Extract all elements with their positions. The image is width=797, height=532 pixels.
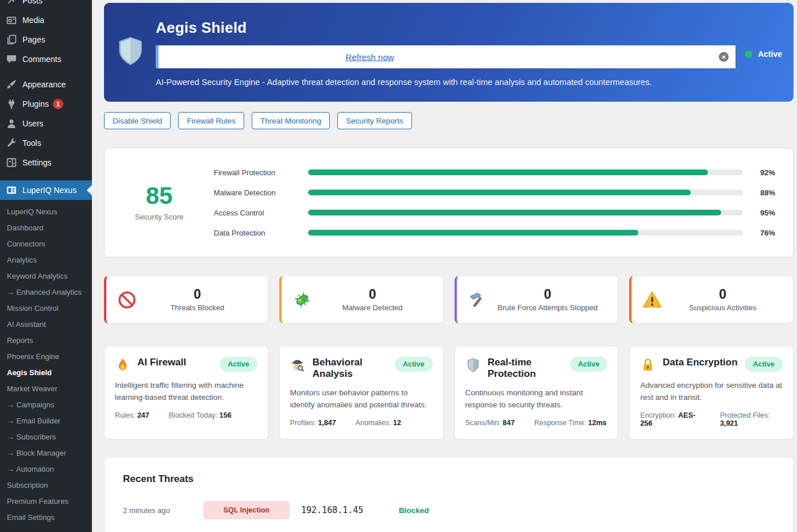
submenu-item-aegis-shield[interactable]: Aegis Shield xyxy=(0,364,92,380)
stat-val: 12 xyxy=(393,419,401,427)
stat-body: 0 Malware Detected xyxy=(313,287,433,312)
feature-description: Monitors user behavior patterns to ident… xyxy=(290,387,433,411)
bar-percent: 76% xyxy=(743,229,775,237)
feature-stat: Blocked Today: 156 xyxy=(169,411,232,419)
stat-key: Encryption: xyxy=(640,411,676,419)
sidebar-item-luperiq-nexus[interactable]: LuperIQ Nexus xyxy=(0,180,92,200)
threat-monitoring-button[interactable]: Threat Monitoring xyxy=(252,112,330,129)
bar-label: Firewall Protection xyxy=(214,168,308,177)
feature-stat: Scans/Min: 847 xyxy=(465,419,515,427)
sidebar-item-label: Appearance xyxy=(22,80,66,89)
status-label: Active xyxy=(758,49,782,59)
sidebar-item-label: Posts xyxy=(22,0,43,5)
main-content: Aegis Shield Refresh now ✕ AI-Powered Se… xyxy=(92,0,797,532)
recent-threats-title: Recent Threats xyxy=(123,473,775,485)
stat-key: Scans/Min: xyxy=(465,419,501,427)
sidebar-item-plugins[interactable]: Plugins 1 xyxy=(0,94,92,114)
pages-icon xyxy=(6,34,17,45)
feature-title: AI Firewall xyxy=(137,357,186,368)
feature-status-badge: Active xyxy=(745,357,783,372)
stat-key: Rules: xyxy=(115,411,135,419)
security-score-panel: 85 Security Score Firewall Protection 92… xyxy=(104,148,794,257)
submenu-item-email-builder[interactable]: → Email Builder xyxy=(0,413,92,429)
stat-value: 0 xyxy=(488,287,608,302)
refresh-notice: Refresh now ✕ xyxy=(156,45,736,68)
detective-icon xyxy=(290,357,306,373)
stat-card-brute-force: 0 Brute Force Attempts Stopped xyxy=(455,276,619,323)
submenu-item-email-settings[interactable]: Email Settings xyxy=(0,509,92,525)
stat-val: 247 xyxy=(137,411,149,419)
feature-header: Real-time Protection Active xyxy=(465,357,608,380)
sidebar-item-settings[interactable]: Settings xyxy=(0,153,92,172)
shield-logo-icon xyxy=(114,36,147,102)
feature-stat: Response Time: 12ms xyxy=(534,419,607,427)
threat-stats-row: 0 Threats Blocked 0 Malware Detected 0 xyxy=(104,276,794,323)
bar-label: Access Control xyxy=(214,209,308,217)
submenu-item-analytics[interactable]: Analytics xyxy=(0,252,92,268)
appearance-icon xyxy=(6,79,17,90)
feature-card-realtime-protection: Real-time Protection Active Continuous m… xyxy=(455,346,619,440)
sidebar-item-appearance[interactable]: Appearance xyxy=(0,75,92,94)
stat-value: 0 xyxy=(663,287,783,302)
firewall-rules-button[interactable]: Firewall Rules xyxy=(178,112,244,129)
submenu-item-mission-control[interactable]: Mission Control xyxy=(0,300,92,316)
users-icon xyxy=(6,118,17,129)
threat-type-badge: SQL Injection xyxy=(203,501,290,519)
stat-val: 156 xyxy=(220,411,232,419)
submenu-item-connectors[interactable]: Connectors xyxy=(0,236,92,252)
action-buttons: Disable Shield Firewall Rules Threat Mon… xyxy=(104,112,794,129)
refresh-now-link[interactable]: Refresh now xyxy=(345,52,394,62)
score-bars: Firewall Protection 92% Malware Detectio… xyxy=(214,168,775,237)
tools-icon xyxy=(6,137,17,149)
submenu-item-reports[interactable]: Reports xyxy=(0,332,92,348)
submenu-item-enhanced-analytics[interactable]: → Enhanced Analytics xyxy=(0,284,92,300)
sidebar-item-media[interactable]: Media xyxy=(0,10,92,30)
feature-title: Real-time Protection xyxy=(488,357,563,380)
sidebar-item-posts[interactable]: Posts xyxy=(0,0,92,10)
stat-val: 1,847 xyxy=(318,419,336,427)
dismiss-notice-icon[interactable]: ✕ xyxy=(719,52,729,62)
flame-icon xyxy=(115,357,130,373)
stat-label: Brute Force Attempts Stopped xyxy=(488,303,608,312)
plugins-update-badge: 1 xyxy=(53,99,63,109)
sidebar-item-comments[interactable]: Comments xyxy=(0,49,92,69)
submenu-item-premium-features[interactable]: Premium Features xyxy=(0,493,92,509)
feature-stat: Encryption: AES-256 xyxy=(640,411,700,427)
feature-header: Data Encryption Active xyxy=(640,357,783,373)
submenu-item-dashboard[interactable]: Dashboard xyxy=(0,219,92,236)
sidebar-item-label: LuperIQ Nexus xyxy=(22,186,76,195)
sidebar-item-pages[interactable]: Pages xyxy=(0,30,92,49)
submenu-item-automation[interactable]: → Automation xyxy=(0,461,92,477)
sidebar-item-users[interactable]: Users xyxy=(0,114,92,133)
submenu-item-keyword-analytics[interactable]: Keyword Analytics xyxy=(0,268,92,284)
security-reports-button[interactable]: Security Reports xyxy=(337,112,412,129)
submenu-item-subscription[interactable]: Subscription xyxy=(0,477,92,493)
feature-status-badge: Active xyxy=(220,357,257,372)
feature-title: Behavioral Analysis xyxy=(313,357,388,380)
progress-track xyxy=(308,210,743,215)
hammer-icon xyxy=(467,290,488,310)
stat-key: Protected Files: xyxy=(720,411,770,419)
sidebar-item-tools[interactable]: Tools xyxy=(0,133,92,153)
feature-card-behavioral-analysis: Behavioral Analysis Active Monitors user… xyxy=(279,346,444,440)
stat-key: Blocked Today: xyxy=(169,411,218,419)
stat-label: Suspicious Activities xyxy=(663,303,783,312)
submenu-item-luperiq-nexus[interactable]: LuperIQ Nexus xyxy=(0,203,92,219)
submenu-item-phoenix-engine[interactable]: Phoenix Engine xyxy=(0,348,92,364)
submenu-item-ai-assistant[interactable]: AI Assistant xyxy=(0,316,92,332)
submenu-item-campaigns[interactable]: → Campaigns xyxy=(0,396,92,413)
feature-status-badge: Active xyxy=(395,357,433,372)
feature-stat: Protected Files: 3,921 xyxy=(720,411,783,427)
submenu-item-market-weaver[interactable]: Market Weaver xyxy=(0,380,92,396)
submenu-item-subscribers[interactable]: → Subscribers xyxy=(0,429,92,445)
bar-label: Data Protection xyxy=(214,229,308,237)
submenu-item-block-manager[interactable]: → Block Manager xyxy=(0,445,92,461)
score-bar-data-protection: Data Protection 76% xyxy=(214,229,775,237)
microbe-icon xyxy=(292,290,313,310)
bar-percent: 88% xyxy=(743,188,775,197)
threat-ip: 192.168.1.45 xyxy=(301,505,399,515)
feature-header: AI Firewall Active xyxy=(115,357,257,373)
disable-shield-button[interactable]: Disable Shield xyxy=(104,112,171,129)
stat-label: Malware Detected xyxy=(313,303,433,312)
pushpin-icon xyxy=(6,0,17,6)
